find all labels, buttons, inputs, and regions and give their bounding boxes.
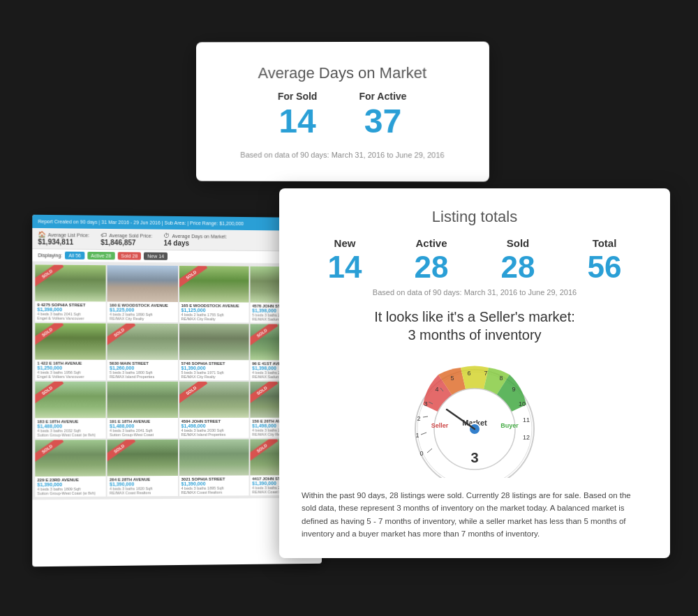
new-value: 14 xyxy=(328,252,362,283)
listing-agent: Engel & Volkers Vancouver xyxy=(37,375,103,379)
listing-agent: RE/MAX City Realty xyxy=(181,317,246,321)
avg-list-value: $1,934,811 xyxy=(38,238,89,246)
listing-image: SOLD xyxy=(179,266,248,303)
list-item[interactable]: SOLD 165 E WOODSTOCK AVENUE $1,125,000 4… xyxy=(179,266,248,322)
listing-info: 9 4275 SOPHIA STREET $1,398,000 4 beds 3… xyxy=(35,301,106,322)
listing-image: SOLD xyxy=(35,382,106,418)
svg-text:3: 3 xyxy=(470,450,478,465)
listing-totals-columns: New 14 Active 28 Sold 28 Total 56 xyxy=(302,237,648,283)
listing-totals-footnote: Based on data of 90 days: March 31, 2016… xyxy=(302,288,648,296)
listing-info: 229 E 23RD AVENUE $1,390,000 4 beds 3 ba… xyxy=(35,476,106,497)
svg-text:8: 8 xyxy=(499,375,503,382)
listing-info: 160 E WOODSTOCK AVENUE $1,225,000 4 beds… xyxy=(107,301,178,322)
listing-image: SOLD xyxy=(35,440,106,476)
svg-text:6: 6 xyxy=(467,370,470,377)
listing-info: 165 E WOODSTOCK AVENUE $1,125,000 4 beds… xyxy=(179,302,248,322)
listing-image xyxy=(107,382,178,418)
listing-info: 1 422 E 16TH AVENUE $1,250,000 4 beds 3 … xyxy=(35,360,106,380)
svg-text:5: 5 xyxy=(450,375,454,382)
listing-info: 183 E 18TH AVENUE $1,488,000 4 beds 3 ba… xyxy=(35,418,106,438)
market-gauge: 0 1 2 3 4 5 6 7 8 9 10 11 12 Seller Buye… xyxy=(398,352,551,478)
for-active-value: 37 xyxy=(364,105,402,138)
total-value: 56 xyxy=(588,252,622,283)
listing-agent: RE/MAX Island Properties xyxy=(110,375,176,379)
listing-image: SOLD xyxy=(35,264,106,301)
list-item[interactable]: SOLD 9 4275 SOPHIA STREET $1,398,000 4 b… xyxy=(35,264,106,322)
avg-days-title: Average Days on Market xyxy=(258,64,426,82)
market-type-title: It looks like it's a Seller's market:3 m… xyxy=(302,308,648,344)
avg-sold-value: $1,846,857 xyxy=(101,239,152,247)
active-value: 28 xyxy=(415,252,449,283)
listing-agent: RE/MAX Island Properties xyxy=(181,433,246,437)
list-item[interactable]: SOLD 1 422 E 16TH AVENUE $1,250,000 4 be… xyxy=(35,323,106,380)
sold-label: Sold xyxy=(507,237,530,249)
for-sold-label: For Sold xyxy=(278,91,318,102)
listing-agent: Sutton Group-West Coast xyxy=(110,433,176,437)
new-filter-btn[interactable]: New 14 xyxy=(144,253,168,260)
listing-agent: RE/MAX City Realty xyxy=(110,317,176,321)
list-item[interactable]: SOLD 229 E 23RD AVENUE $1,390,000 4 beds… xyxy=(35,440,106,497)
gauge-container: 0 1 2 3 4 5 6 7 8 9 10 11 12 Seller Buye… xyxy=(302,352,648,478)
svg-text:Seller: Seller xyxy=(431,422,449,429)
svg-text:2: 2 xyxy=(417,415,420,422)
svg-text:7: 7 xyxy=(484,370,487,377)
avg-days-columns: For Sold 14 For Active 37 xyxy=(278,91,407,138)
for-sold-column: For Sold 14 xyxy=(278,91,318,138)
displaying-label: Displaying: xyxy=(38,253,62,257)
listing-image: SOLD xyxy=(107,440,178,476)
for-active-column: For Active 37 xyxy=(359,91,406,138)
mls-stats-bar: 🏠 Average List Price: $1,934,811 🏷 Avera… xyxy=(32,228,322,252)
listing-info: 5748 SOPHIA STREET $1,390,000 5 beds 3 b… xyxy=(179,360,248,380)
mls-header-text: Report Created on 90 days | 31 Mar 2016 … xyxy=(38,219,244,226)
list-item[interactable]: SOLD 264 E 28TH AVENUE $1,390,000 4 beds… xyxy=(107,440,178,497)
listing-image xyxy=(179,324,248,360)
avg-list-label: Average List Price: xyxy=(48,232,89,238)
sold-icon: 🏷 xyxy=(101,232,107,239)
all-filter-btn[interactable]: All 56 xyxy=(65,252,84,260)
listing-info: 4594 JOHN STREET $1,498,000 4 beds 3 bat… xyxy=(179,418,248,438)
for-sold-value: 14 xyxy=(279,105,316,138)
house-icon: 🏠 xyxy=(38,231,45,238)
list-item[interactable]: SOLD 4594 JOHN STREET $1,498,000 4 beds … xyxy=(179,382,248,438)
total-column: Total 56 xyxy=(588,237,622,283)
avg-days-value: 14 days xyxy=(163,239,227,248)
listing-info: 264 E 28TH AVENUE $1,390,000 4 beds 3 ba… xyxy=(107,476,178,497)
listing-agent: RE/MAX Coast Realtors xyxy=(110,490,176,495)
sold-column: Sold 28 xyxy=(501,237,535,283)
list-item[interactable]: SOLD 5630 MAIN STREET $1,260,000 5 beds … xyxy=(107,324,178,380)
list-item[interactable]: 5748 SOPHIA STREET $1,390,000 5 beds 3 b… xyxy=(179,324,248,380)
svg-text:9: 9 xyxy=(512,386,515,393)
sold-value: 28 xyxy=(501,252,535,283)
active-filter-btn[interactable]: Active 28 xyxy=(87,252,114,260)
listing-totals-title: Listing totals xyxy=(302,208,648,226)
listing-info: 191 E 18TH AVENUE $1,488,000 4 beds 3 ba… xyxy=(107,418,178,438)
listing-info: 5630 MAIN STREET $1,260,000 5 beds 3 bat… xyxy=(107,360,178,380)
listing-agent: Sutton Group-West Coast (w 8vh) xyxy=(37,433,103,437)
avg-days-label: Average Days on Market: xyxy=(172,233,227,239)
avg-days-footnote: Based on data of 90 days: March 31, 2016… xyxy=(240,151,444,159)
avg-sold-label: Average Sold Price: xyxy=(109,233,152,239)
avg-list-price-stat: 🏠 Average List Price: $1,934,811 xyxy=(38,231,89,246)
list-item[interactable]: 160 E WOODSTOCK AVENUE $1,225,000 4 beds… xyxy=(107,265,178,322)
listing-image: SOLD xyxy=(107,324,178,360)
active-label: Active xyxy=(415,237,447,249)
listing-image: SOLD xyxy=(35,323,106,360)
listing-agent: Engel & Volkers Vancouver xyxy=(37,316,103,320)
list-item[interactable]: SOLD 183 E 18TH AVENUE $1,488,000 4 beds… xyxy=(35,382,106,439)
list-item[interactable]: 191 E 18TH AVENUE $1,488,000 4 beds 3 ba… xyxy=(107,382,178,438)
listing-image xyxy=(179,440,248,476)
market-description: Within the past 90 days, 28 listings wer… xyxy=(302,489,648,541)
clock-icon: ⏱ xyxy=(163,232,170,239)
sold-filter-btn[interactable]: Sold 28 xyxy=(117,252,141,260)
for-active-label: For Active xyxy=(359,91,406,102)
total-label: Total xyxy=(593,237,617,249)
new-column: New 14 xyxy=(328,237,362,283)
active-column: Active 28 xyxy=(415,237,449,283)
svg-text:1: 1 xyxy=(415,432,419,439)
svg-text:10: 10 xyxy=(519,400,526,407)
svg-text:11: 11 xyxy=(523,416,530,423)
list-item[interactable]: 3021 SOPHIA STREET $1,390,000 4 beds 3 b… xyxy=(179,440,248,496)
mls-listing-card: Report Created on 90 days | 31 Mar 2016 … xyxy=(32,215,322,567)
svg-text:4: 4 xyxy=(435,386,438,393)
listing-totals-card: Listing totals New 14 Active 28 Sold 28 … xyxy=(279,188,670,558)
